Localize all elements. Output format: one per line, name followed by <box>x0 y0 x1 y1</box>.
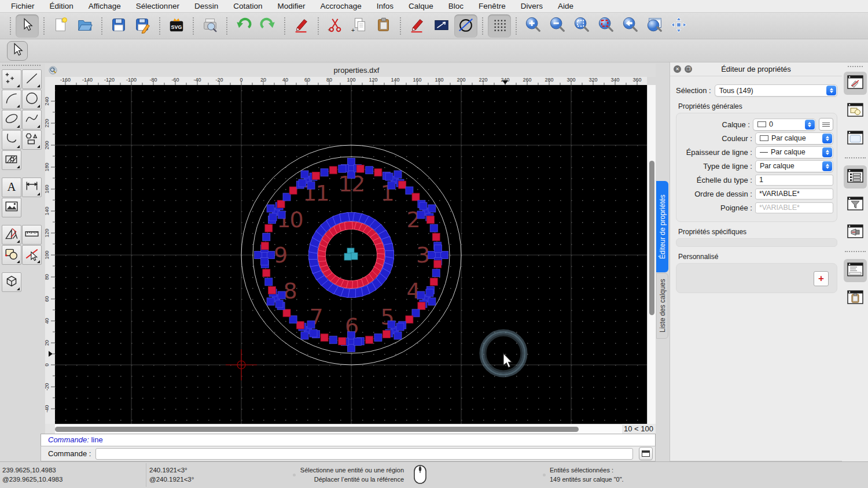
dock-draw-toggle[interactable] <box>844 72 867 95</box>
menu-dessin[interactable]: Dessin <box>187 0 226 13</box>
open-file-button[interactable] <box>73 14 97 38</box>
tool-line[interactable] <box>22 69 42 89</box>
dock-blocks-icon <box>847 102 864 120</box>
dock-plugin-toggle[interactable] <box>844 221 867 244</box>
circle-line-button[interactable] <box>454 14 477 38</box>
add-property-button[interactable]: + <box>814 271 829 286</box>
field-value: Par calque <box>760 162 795 170</box>
horizontal-scrollbar[interactable] <box>55 424 622 434</box>
cut-button[interactable]: + <box>323 14 347 38</box>
dock-blocks-toggle[interactable] <box>844 99 867 123</box>
coordinates-absolute: 239.9625,10.4983 <box>2 465 62 475</box>
command-history: Commande: line <box>41 434 656 446</box>
copy-icon: + <box>351 16 368 36</box>
menu-infos[interactable]: Infos <box>369 0 401 13</box>
tool-snapedit[interactable] <box>22 245 42 265</box>
menu-modifier[interactable]: Modifier <box>270 0 312 13</box>
save-as-button[interactable] <box>131 14 155 38</box>
menu-calque[interactable]: Calque <box>401 0 441 13</box>
tool-polyline[interactable] <box>2 130 21 150</box>
grid-button[interactable] <box>488 14 511 38</box>
tool-modify[interactable] <box>2 245 21 265</box>
tool-image[interactable] <box>2 198 21 217</box>
selection-combobox[interactable]: Tous (149) <box>715 84 837 97</box>
tool-drawtools[interactable] <box>2 225 21 245</box>
eraser-button[interactable] <box>290 14 313 38</box>
stepper-icon <box>822 147 832 157</box>
zoom-pan-button[interactable] <box>667 14 690 38</box>
menu-fenêtre[interactable]: Fenêtre <box>471 0 513 13</box>
tool-box3d[interactable] <box>2 272 21 292</box>
menu-bloc[interactable]: Bloc <box>441 0 471 13</box>
zoom-select-button[interactable] <box>594 14 617 38</box>
command-input[interactable] <box>95 448 633 460</box>
tool-text[interactable]: A <box>2 178 21 197</box>
menu-édition[interactable]: Édition <box>42 0 81 13</box>
zoom-pan-icon <box>670 16 687 36</box>
tab-property-editor[interactable]: Éditeur de propriétés <box>656 181 668 272</box>
tool-measure[interactable] <box>22 225 42 245</box>
tab-layer-list[interactable]: Liste des calques <box>656 273 668 339</box>
menu-sélectionner[interactable]: Sélectionner <box>128 0 187 13</box>
field-label: Épaisseur de ligne : <box>676 148 752 157</box>
new-file-button[interactable] <box>49 14 72 38</box>
field-input[interactable]: *VARIABLE* <box>755 202 833 213</box>
print-preview-button[interactable] <box>198 14 222 38</box>
snapedit-icon <box>24 246 39 264</box>
tool-arc[interactable] <box>2 90 21 109</box>
svg-text:0: 0 <box>45 363 50 366</box>
vertical-scrollbar[interactable] <box>647 85 656 424</box>
dock-properties-toggle[interactable] <box>844 165 867 188</box>
detach-command-button[interactable] <box>639 447 653 460</box>
menu-fichier[interactable]: Fichier <box>3 0 42 13</box>
menu-affichage[interactable]: Affichage <box>81 0 128 13</box>
zoom-previous-button[interactable] <box>619 14 642 38</box>
tool-circle[interactable] <box>22 90 42 109</box>
svg-export-button[interactable]: SVG <box>165 14 188 38</box>
tool-hatch[interactable] <box>2 150 21 170</box>
document-titlebar[interactable]: properties.dxf <box>45 64 656 77</box>
field-input[interactable]: *VARIABLE* <box>755 188 833 199</box>
copy-button[interactable]: + <box>348 14 371 38</box>
section-general: Propriétés générales <box>678 102 842 110</box>
tool-shapes[interactable] <box>22 130 42 150</box>
select-tool-button[interactable] <box>7 41 28 61</box>
field-input[interactable]: 1 <box>755 175 833 186</box>
undo-button[interactable] <box>232 14 255 38</box>
horizontal-scrollbar-thumb[interactable] <box>55 427 579 432</box>
save-button[interactable] <box>107 14 130 38</box>
palette-drag-handle[interactable] <box>2 65 41 66</box>
zoom-window-button[interactable] <box>643 14 666 38</box>
paste-button[interactable] <box>372 14 395 38</box>
window-icon <box>642 450 650 457</box>
select-arrow-button[interactable] <box>16 14 39 38</box>
color-combobox[interactable]: Par calque <box>755 132 833 145</box>
vertical-scrollbar-thumb[interactable] <box>649 161 654 315</box>
tool-ellipse[interactable] <box>2 110 21 130</box>
attributes-button[interactable] <box>430 14 453 38</box>
linetype-combobox[interactable]: Par calque <box>755 160 833 172</box>
layer-combobox[interactable]: 0 <box>753 119 816 131</box>
drawing-canvas[interactable]: 123456789101112 <box>55 85 647 424</box>
redo-button[interactable] <box>256 14 279 38</box>
menu-divers[interactable]: Divers <box>513 0 550 13</box>
tool-points[interactable] <box>2 69 21 89</box>
layer-menu-button[interactable] <box>819 118 833 131</box>
tool-dimension[interactable] <box>22 178 42 197</box>
svg-text:160: 160 <box>45 184 50 193</box>
cut-icon: + <box>326 16 344 36</box>
dock-filter-toggle[interactable] <box>844 193 867 216</box>
zoom-out-button[interactable] <box>546 14 569 38</box>
pencil-button[interactable] <box>406 14 429 38</box>
tool-spline[interactable] <box>22 110 42 130</box>
menu-cotation[interactable]: Cotation <box>226 0 270 13</box>
strip-drag-handle[interactable] <box>848 66 863 67</box>
zoom-in-button[interactable] <box>521 14 545 38</box>
zoom-auto-button[interactable] <box>570 14 593 38</box>
menu-accrochage[interactable]: Accrochage <box>312 0 369 13</box>
dock-preview-toggle[interactable] <box>844 127 867 150</box>
dock-clipboard-toggle[interactable] <box>844 287 867 310</box>
menu-aide[interactable]: Aide <box>550 0 581 13</box>
linewidth-combobox[interactable]: Par calque <box>755 146 833 158</box>
dock-command-toggle[interactable] <box>844 259 867 282</box>
